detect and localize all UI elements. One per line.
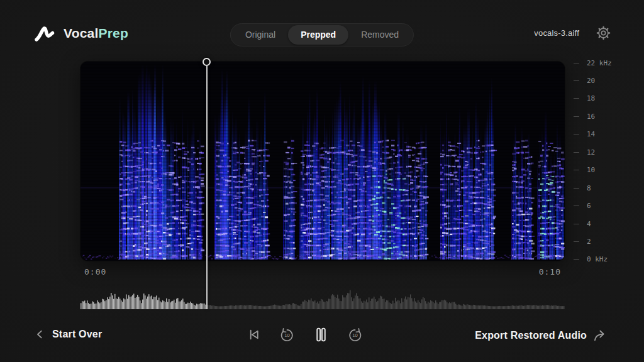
freq-tick <box>574 152 579 153</box>
start-over-label: Start Over <box>52 329 102 340</box>
app-title: VocalPrep <box>64 26 128 41</box>
file-group: vocals-3.aiff <box>534 25 611 41</box>
freq-tick <box>574 98 579 99</box>
freq-label: 18 <box>587 94 595 102</box>
freq-tick <box>574 224 579 224</box>
freq-label: 8 <box>587 184 591 192</box>
tab-removed[interactable]: Removed <box>348 25 411 45</box>
freq-label: 16 <box>587 112 595 121</box>
freq-tick <box>574 134 579 134</box>
freq-label: 22 kHz <box>587 59 612 67</box>
freq-tick <box>574 116 579 117</box>
gear-icon[interactable] <box>596 25 611 41</box>
brand-word-1: Vocal <box>64 26 98 40</box>
forward-10-button[interactable]: 10 <box>347 326 364 343</box>
total-time-label: 0:10 <box>539 267 561 277</box>
freq-tick <box>574 259 579 260</box>
file-name: vocals-3.aiff <box>534 28 579 38</box>
app-logo: VocalPrep <box>35 24 128 43</box>
brand-word-2: Prep <box>98 26 128 40</box>
waveform-logo-icon <box>35 24 57 43</box>
time-row: 0:00 0:10 <box>80 267 565 277</box>
spectrogram-panel <box>80 62 565 261</box>
freq-label: 14 <box>587 130 595 138</box>
freq-label: 0 kHz <box>587 255 608 263</box>
freq-label: 2 <box>587 238 591 246</box>
waveform-canvas[interactable] <box>80 285 565 309</box>
frequency-axis: 22 kHz 20 18 16 14 12 10 8 6 4 2 0 kHz <box>574 59 630 263</box>
share-arrow-icon <box>593 329 608 342</box>
freq-tick <box>574 80 579 81</box>
current-time-label: 0:00 <box>84 267 106 277</box>
spectrogram-canvas <box>80 62 565 261</box>
export-label: Export Restored Audio <box>475 330 587 341</box>
playhead[interactable] <box>202 58 212 309</box>
freq-label: 6 <box>587 202 591 210</box>
skip-to-start-button[interactable] <box>248 328 261 341</box>
freq-tick <box>574 188 579 189</box>
export-button[interactable]: Export Restored Audio <box>475 329 608 342</box>
rewind-seconds-label: 10 <box>284 332 290 338</box>
freq-label: 20 <box>587 77 595 85</box>
freq-tick <box>574 241 579 242</box>
tab-original[interactable]: Original <box>233 25 288 45</box>
freq-label: 10 <box>587 166 595 174</box>
view-tabbar: Original Prepped Removed <box>230 23 414 47</box>
freq-label: 12 <box>587 148 595 156</box>
waveform-strip <box>80 285 565 309</box>
freq-tick <box>574 206 579 206</box>
forward-seconds-label: 10 <box>352 332 358 338</box>
freq-tick <box>574 170 579 170</box>
pause-button[interactable] <box>313 326 329 343</box>
start-over-button[interactable]: Start Over <box>35 329 102 340</box>
chevron-left-icon <box>35 329 46 340</box>
freq-tick <box>574 63 579 63</box>
tab-prepped[interactable]: Prepped <box>288 25 348 45</box>
freq-label: 4 <box>587 220 591 228</box>
playhead-line <box>206 65 208 309</box>
rewind-10-button[interactable]: 10 <box>279 326 296 343</box>
transport-controls: 10 10 <box>248 326 364 343</box>
